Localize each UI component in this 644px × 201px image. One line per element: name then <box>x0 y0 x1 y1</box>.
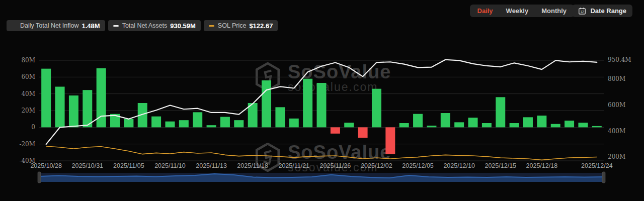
green-red-bar-icon <box>12 23 17 28</box>
x-axis-tick-label: 2025/12/24 <box>581 162 613 169</box>
x-axis-tick-label: 2025/12/15 <box>485 162 516 169</box>
legend-item-sol-price[interactable]: SOL Price $122.67 <box>204 20 278 31</box>
tab-daily[interactable]: Daily <box>471 5 500 17</box>
x-axis-tick-label: 2025/11/26 <box>320 162 351 169</box>
right-axis-labels: 950.4M800M600M400M200M <box>608 56 631 160</box>
legend-value: 930.59M <box>170 22 196 30</box>
x-axis-labels: 2025/10/282025/10/312025/11/052025/11/10… <box>30 162 612 169</box>
right-axis-tick-label: 400M <box>608 128 625 135</box>
tab-monthly[interactable]: Monthly <box>535 5 573 17</box>
plot-area[interactable] <box>39 60 604 161</box>
x-axis-tick-label: 2025/12/18 <box>526 162 558 169</box>
legend-label: SOL Price <box>218 22 247 29</box>
calendar-icon: 12 <box>578 7 586 15</box>
x-axis-tick-label: 2025/10/31 <box>71 162 103 169</box>
left-axis-tick-label: -20M <box>19 141 35 148</box>
legend-item-total-net-assets[interactable]: Total Net Assets 930.59M <box>108 20 201 31</box>
x-axis-tick-label: 2025/12/05 <box>402 162 434 169</box>
tab-weekly[interactable]: Weekly <box>500 5 535 17</box>
interval-tabbar: Daily Weekly Monthly <box>470 5 574 17</box>
x-axis-tick-label: 2025/11/18 <box>237 162 268 169</box>
left-axis-tick-label: 40M <box>21 90 35 97</box>
date-range-button[interactable]: 12 Date Range <box>572 5 632 17</box>
left-axis-tick-label: 80M <box>21 57 35 64</box>
x-axis-tick-label: 2025/10/28 <box>30 162 62 169</box>
navigator-handle-right[interactable] <box>602 172 605 183</box>
white-dash-icon <box>113 25 119 27</box>
x-axis-tick-label: 2025/11/05 <box>113 162 144 169</box>
legend-label: Daily Total Net Inflow <box>20 22 79 29</box>
x-axis-tick-label: 2025/12/02 <box>361 162 392 169</box>
right-axis-tick-label: 200M <box>608 153 625 160</box>
left-axis-tick-label: 0 <box>31 124 35 131</box>
date-range-label: Date Range <box>590 7 626 15</box>
orange-dash-icon <box>209 25 214 27</box>
x-axis-tick-label: 2025/11/13 <box>196 162 227 169</box>
legend: Daily Total Net Inflow 1.48M Total Net A… <box>7 20 278 31</box>
legend-value: $122.67 <box>249 22 273 30</box>
legend-value: 1.48M <box>82 22 100 30</box>
x-axis-tick-label: 2025/12/10 <box>443 162 475 169</box>
svg-text:12: 12 <box>581 10 585 14</box>
legend-label: Total Net Assets <box>122 22 168 29</box>
right-axis-tick-label: 600M <box>608 102 625 109</box>
right-axis-tick-label: 950.4M <box>608 56 631 63</box>
range-navigator <box>38 172 605 183</box>
left-axis-tick-label: 60M <box>21 73 35 80</box>
right-axis-tick-label: 800M <box>608 75 625 82</box>
navigator-handle-left[interactable] <box>38 172 41 183</box>
x-axis-tick-label: 2025/11/21 <box>278 162 309 169</box>
x-axis-tick-label: 2025/11/10 <box>154 162 186 169</box>
legend-item-daily-net-inflow[interactable]: Daily Total Net Inflow 1.48M <box>7 20 105 31</box>
solana-etf-flow-chart: SoSoValue sosovalue.com SoSoValue sosova… <box>0 0 644 201</box>
left-axis-tick-label: 20M <box>21 107 35 114</box>
